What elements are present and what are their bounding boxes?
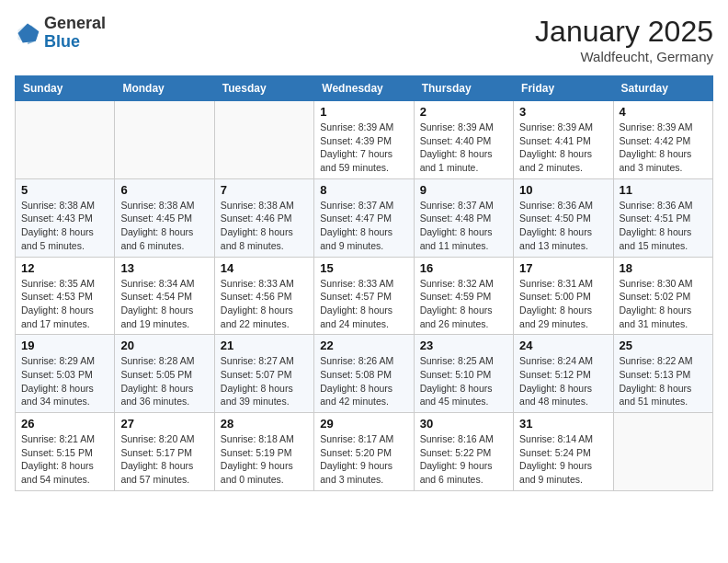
day-number: 18 — [620, 261, 707, 275]
day-info: Sunrise: 8:14 AMSunset: 5:24 PMDaylight:… — [519, 432, 607, 487]
calendar-cell — [115, 101, 214, 179]
calendar-cell: 13Sunrise: 8:34 AMSunset: 4:54 PMDayligh… — [115, 257, 214, 335]
day-number: 13 — [120, 261, 208, 275]
logo-icon — [15, 20, 40, 46]
day-info: Sunrise: 8:35 AMSunset: 4:53 PMDaylight:… — [21, 277, 108, 331]
day-number: 8 — [320, 183, 407, 197]
day-number: 20 — [120, 339, 208, 352]
day-number: 31 — [519, 417, 607, 431]
calendar-table: SundayMondayTuesdayWednesdayThursdayFrid… — [15, 75, 713, 491]
calendar-cell: 15Sunrise: 8:33 AMSunset: 4:57 PMDayligh… — [314, 257, 414, 335]
calendar-cell: 12Sunrise: 8:35 AMSunset: 4:53 PMDayligh… — [16, 257, 115, 335]
calendar-cell: 4Sunrise: 8:39 AMSunset: 4:42 PMDaylight… — [613, 101, 712, 179]
day-info: Sunrise: 8:29 AMSunset: 5:03 PMDaylight:… — [21, 354, 108, 408]
day-info: Sunrise: 8:39 AMSunset: 4:39 PMDaylight:… — [320, 121, 407, 175]
logo-text: General Blue — [44, 15, 106, 52]
calendar-cell: 3Sunrise: 8:39 AMSunset: 4:41 PMDaylight… — [514, 101, 613, 179]
day-info: Sunrise: 8:18 AMSunset: 5:19 PMDaylight:… — [221, 432, 308, 487]
day-number: 3 — [519, 105, 607, 119]
day-info: Sunrise: 8:30 AMSunset: 5:02 PMDaylight:… — [620, 277, 707, 331]
calendar-cell: 24Sunrise: 8:24 AMSunset: 5:12 PMDayligh… — [514, 335, 613, 413]
calendar-cell — [613, 413, 712, 491]
page-header: General Blue January 2025 Waldfeucht, Ge… — [15, 15, 713, 64]
day-number: 17 — [519, 261, 607, 275]
calendar-cell: 6Sunrise: 8:38 AMSunset: 4:45 PMDaylight… — [115, 178, 214, 257]
day-number: 15 — [320, 261, 407, 275]
calendar-cell: 16Sunrise: 8:32 AMSunset: 4:59 PMDayligh… — [414, 257, 513, 335]
day-number: 4 — [620, 105, 707, 119]
weekday-header: Wednesday — [314, 76, 414, 101]
day-number: 28 — [221, 417, 308, 431]
weekday-header: Sunday — [16, 76, 115, 101]
calendar-cell: 21Sunrise: 8:27 AMSunset: 5:07 PMDayligh… — [214, 335, 313, 413]
calendar-cell: 27Sunrise: 8:20 AMSunset: 5:17 PMDayligh… — [115, 413, 214, 491]
calendar-cell: 18Sunrise: 8:30 AMSunset: 5:02 PMDayligh… — [613, 257, 712, 335]
calendar-cell: 30Sunrise: 8:16 AMSunset: 5:22 PMDayligh… — [414, 413, 513, 491]
calendar-cell: 20Sunrise: 8:28 AMSunset: 5:05 PMDayligh… — [115, 335, 214, 413]
calendar-cell: 1Sunrise: 8:39 AMSunset: 4:39 PMDaylight… — [314, 101, 414, 179]
day-number: 23 — [420, 339, 507, 352]
day-number: 22 — [320, 339, 407, 352]
calendar-week-row: 26Sunrise: 8:21 AMSunset: 5:15 PMDayligh… — [16, 413, 713, 491]
day-info: Sunrise: 8:31 AMSunset: 5:00 PMDaylight:… — [519, 277, 607, 331]
day-number: 9 — [420, 183, 507, 197]
day-info: Sunrise: 8:28 AMSunset: 5:05 PMDaylight:… — [120, 354, 208, 408]
day-info: Sunrise: 8:38 AMSunset: 4:43 PMDaylight:… — [21, 199, 108, 253]
weekday-header: Saturday — [613, 76, 712, 101]
day-info: Sunrise: 8:27 AMSunset: 5:07 PMDaylight:… — [221, 354, 308, 408]
day-number: 27 — [120, 417, 208, 431]
logo-general: General — [44, 15, 106, 33]
day-info: Sunrise: 8:37 AMSunset: 4:47 PMDaylight:… — [320, 199, 407, 253]
calendar-cell: 25Sunrise: 8:22 AMSunset: 5:13 PMDayligh… — [613, 335, 712, 413]
title-block: January 2025 Waldfeucht, Germany — [535, 15, 713, 64]
day-number: 26 — [21, 417, 108, 431]
day-number: 19 — [21, 339, 108, 352]
day-number: 6 — [120, 183, 208, 197]
calendar-cell: 7Sunrise: 8:38 AMSunset: 4:46 PMDaylight… — [214, 178, 313, 257]
day-info: Sunrise: 8:38 AMSunset: 4:45 PMDaylight:… — [120, 199, 208, 253]
calendar-cell — [16, 101, 115, 179]
day-number: 21 — [221, 339, 308, 352]
day-info: Sunrise: 8:33 AMSunset: 4:56 PMDaylight:… — [221, 277, 308, 331]
location-subtitle: Waldfeucht, Germany — [535, 49, 713, 64]
day-info: Sunrise: 8:39 AMSunset: 4:40 PMDaylight:… — [420, 121, 507, 175]
calendar-cell: 2Sunrise: 8:39 AMSunset: 4:40 PMDaylight… — [414, 101, 513, 179]
day-info: Sunrise: 8:16 AMSunset: 5:22 PMDaylight:… — [420, 432, 507, 487]
day-number: 11 — [620, 183, 707, 197]
day-number: 29 — [320, 417, 407, 431]
logo-blue: Blue — [44, 33, 106, 52]
weekday-header: Tuesday — [214, 76, 313, 101]
calendar-cell: 19Sunrise: 8:29 AMSunset: 5:03 PMDayligh… — [16, 335, 115, 413]
day-info: Sunrise: 8:37 AMSunset: 4:48 PMDaylight:… — [420, 199, 507, 253]
day-info: Sunrise: 8:25 AMSunset: 5:10 PMDaylight:… — [420, 354, 507, 408]
day-info: Sunrise: 8:36 AMSunset: 4:50 PMDaylight:… — [519, 199, 607, 253]
day-number: 7 — [221, 183, 308, 197]
calendar-cell: 17Sunrise: 8:31 AMSunset: 5:00 PMDayligh… — [514, 257, 613, 335]
day-info: Sunrise: 8:24 AMSunset: 5:12 PMDaylight:… — [519, 354, 607, 408]
day-info: Sunrise: 8:22 AMSunset: 5:13 PMDaylight:… — [620, 354, 707, 408]
calendar-cell: 28Sunrise: 8:18 AMSunset: 5:19 PMDayligh… — [214, 413, 313, 491]
day-info: Sunrise: 8:21 AMSunset: 5:15 PMDaylight:… — [21, 432, 108, 487]
day-number: 25 — [620, 339, 707, 352]
calendar-week-row: 19Sunrise: 8:29 AMSunset: 5:03 PMDayligh… — [16, 335, 713, 413]
day-info: Sunrise: 8:36 AMSunset: 4:51 PMDaylight:… — [620, 199, 707, 253]
day-info: Sunrise: 8:33 AMSunset: 4:57 PMDaylight:… — [320, 277, 407, 331]
calendar-header-row: SundayMondayTuesdayWednesdayThursdayFrid… — [16, 76, 713, 101]
day-number: 30 — [420, 417, 507, 431]
day-info: Sunrise: 8:39 AMSunset: 4:42 PMDaylight:… — [620, 121, 707, 175]
calendar-week-row: 12Sunrise: 8:35 AMSunset: 4:53 PMDayligh… — [16, 257, 713, 335]
calendar-cell: 8Sunrise: 8:37 AMSunset: 4:47 PMDaylight… — [314, 178, 414, 257]
day-number: 16 — [420, 261, 507, 275]
calendar-cell — [214, 101, 313, 179]
calendar-cell: 22Sunrise: 8:26 AMSunset: 5:08 PMDayligh… — [314, 335, 414, 413]
day-info: Sunrise: 8:38 AMSunset: 4:46 PMDaylight:… — [221, 199, 308, 253]
day-info: Sunrise: 8:20 AMSunset: 5:17 PMDaylight:… — [120, 432, 208, 487]
calendar-cell: 5Sunrise: 8:38 AMSunset: 4:43 PMDaylight… — [16, 178, 115, 257]
month-title: January 2025 — [535, 15, 713, 49]
day-number: 10 — [519, 183, 607, 197]
calendar-cell: 23Sunrise: 8:25 AMSunset: 5:10 PMDayligh… — [414, 335, 513, 413]
calendar-cell: 10Sunrise: 8:36 AMSunset: 4:50 PMDayligh… — [514, 178, 613, 257]
day-number: 5 — [21, 183, 108, 197]
day-number: 1 — [320, 105, 407, 119]
day-info: Sunrise: 8:17 AMSunset: 5:20 PMDaylight:… — [320, 432, 407, 487]
